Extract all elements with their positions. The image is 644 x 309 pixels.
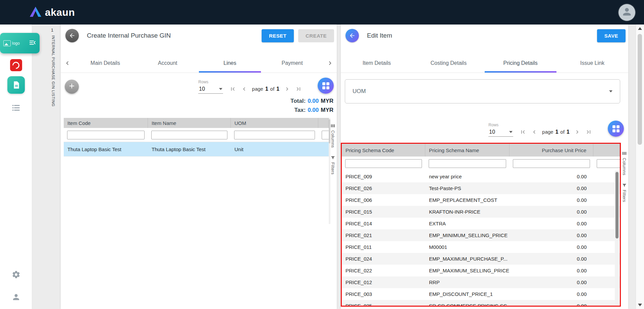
table-row[interactable]: PRICE_011 M00001 0.00: [342, 241, 620, 253]
schema-code-filter-input[interactable]: [345, 159, 422, 168]
left-panel-header: Create Internal Purchase GIN RESET CREAT…: [65, 29, 334, 43]
column-header-purchase-unit-price: Purchase Unit Price: [509, 144, 593, 157]
rows-per-page-select[interactable]: Rows 10: [198, 80, 223, 94]
table-row[interactable]: PRICE_003 EMP_DISCOUNT_PRICE_1 0.00: [342, 288, 620, 300]
caret-down-icon: [509, 131, 513, 133]
list-icon: [11, 103, 21, 114]
item-name-filter-input[interactable]: [151, 131, 227, 139]
page-scrollbar[interactable]: [636, 25, 644, 309]
table-row[interactable]: PRICE_024 EMP_MAXIMUM_PURCHASE_P... 0.00: [342, 253, 620, 265]
sidebar: logo: [0, 25, 32, 309]
back-button[interactable]: [65, 29, 79, 42]
column-header-item-code: Item Code: [64, 118, 148, 128]
last-page-button[interactable]: [585, 128, 592, 136]
item-code-filter-input[interactable]: [67, 131, 145, 139]
tab[interactable]: Account: [137, 54, 199, 73]
left-tab-bar: Main Details Account Lines Payment: [61, 54, 337, 73]
last-page-button[interactable]: [295, 85, 302, 93]
uom-select[interactable]: UOM: [345, 79, 620, 103]
lines-table-header: Item Code Item Name UOM: [64, 118, 329, 128]
table-row[interactable]: PRICE_014 EXTRA 0.00: [342, 218, 620, 229]
partial-filter-input[interactable]: [322, 131, 329, 139]
sidebar-logo-chip: logo: [0, 33, 40, 53]
tab[interactable]: Item Details: [341, 54, 413, 73]
rows-per-page-select[interactable]: Rows 10: [488, 123, 513, 137]
schema-name-filter-input[interactable]: [429, 159, 506, 168]
pricing-table-scrollbar[interactable]: [615, 171, 619, 305]
table-row[interactable]: PRICE_015 KRAFTON-INR-PRICE 0.00: [342, 206, 620, 218]
next-page-button[interactable]: [283, 85, 291, 93]
table-row[interactable]: PRICE_022 EMP_MAXIMUM_SELLING_PRICE 0.00: [342, 265, 620, 276]
table-row[interactable]: PRICE_009 new year price 0.00: [342, 171, 620, 182]
left-table-controls: Rows 10 page 1 of 1: [198, 78, 334, 94]
first-page-button[interactable]: [229, 85, 236, 93]
tab[interactable]: Costing Details: [413, 54, 484, 73]
columns-tool[interactable]: Columns: [330, 123, 335, 148]
add-line-button[interactable]: [65, 80, 79, 94]
columns-icon: [622, 151, 627, 156]
logo-alt-text: logo: [12, 41, 29, 46]
next-page-button[interactable]: [574, 128, 581, 136]
filters-tool[interactable]: Filters: [330, 155, 335, 175]
tab[interactable]: Payment: [261, 54, 323, 73]
document-app-shortcut[interactable]: [7, 76, 25, 94]
prev-page-button[interactable]: [531, 128, 538, 136]
prev-page-button[interactable]: [240, 85, 248, 93]
columns-icon: [330, 123, 335, 128]
tab[interactable]: Issue Link: [556, 54, 628, 73]
page-indicator: page 1 of 1: [542, 129, 570, 135]
table-row[interactable]: PRICE_012 RRP 0.00: [342, 276, 620, 288]
tabs-scroll-right-icon[interactable]: [323, 54, 337, 73]
table-row[interactable]: PRICE_026 Test-Paste-PS 0.00: [342, 182, 620, 194]
total-line: Tax: 0.00 MYR: [290, 105, 333, 115]
uom-filter-input[interactable]: [234, 131, 315, 139]
right-tab-bar: Item Details Costing Details Pricing Det…: [341, 54, 628, 73]
filters-tool[interactable]: Filters: [622, 183, 627, 202]
filter-icon: [330, 155, 335, 160]
save-button[interactable]: SAVE: [597, 29, 626, 42]
total-line: Total: 0.00 MYR: [290, 96, 333, 105]
pdf-shortcut[interactable]: [10, 59, 22, 71]
table-row[interactable]: PRICE_025 SR-CP-COMMERCE PRICING SC... 0…: [342, 300, 620, 307]
broken-image-icon: [3, 40, 11, 46]
right-panel-header: Edit Item SAVE: [345, 29, 626, 43]
table-row[interactable]: Thuta Laptop Basic Test Thuta Laptop Bas…: [64, 142, 329, 157]
partial-filter-input[interactable]: [597, 159, 620, 168]
person-icon: [11, 293, 20, 303]
table-settings-button[interactable]: [318, 78, 334, 94]
column-header-pricing-schema-code: Pricing Schema Code: [342, 144, 425, 157]
pdf-icon: [10, 59, 22, 71]
right-table-side-tools: Columns Filters: [620, 145, 628, 210]
create-button[interactable]: CREATE: [298, 29, 334, 42]
tabs-scroll-left-icon[interactable]: [61, 54, 74, 73]
table-row[interactable]: PRICE_006 EMP_REPLACEMENT_COST 0.00: [342, 194, 620, 206]
lines-table-body: Thuta Laptop Basic Test Thuta Laptop Bas…: [64, 142, 329, 157]
table-row[interactable]: PRICE_021 EMP_MINIMUM_SELLING_PRICE 0.00: [342, 229, 620, 241]
scrollbar-thumb[interactable]: [615, 172, 619, 238]
settings-menu-item[interactable]: [11, 270, 20, 280]
back-button[interactable]: [345, 29, 359, 42]
scroll-down-icon[interactable]: [638, 304, 642, 306]
topbar: akaun: [0, 0, 644, 25]
scroll-up-icon[interactable]: [638, 27, 642, 30]
listing-menu-item[interactable]: [11, 103, 21, 114]
columns-tool[interactable]: Columns: [622, 151, 627, 175]
tab[interactable]: Lines: [199, 54, 261, 73]
rail-index: 1: [51, 28, 53, 33]
create-gin-panel: Create Internal Purchase GIN RESET CREAT…: [61, 25, 337, 309]
table-settings-button[interactable]: [608, 121, 624, 137]
left-table-side-tools: Columns Filters: [329, 118, 337, 224]
page-title: Edit Item: [367, 32, 392, 39]
scrollbar-thumb[interactable]: [638, 34, 642, 145]
reset-button[interactable]: RESET: [262, 29, 294, 42]
tab[interactable]: Pricing Details: [485, 54, 556, 73]
first-page-button[interactable]: [519, 128, 527, 136]
pricing-table: Pricing Schema Code Pricing Schema Name …: [342, 144, 620, 307]
user-avatar[interactable]: [619, 4, 635, 21]
tab[interactable]: Main Details: [74, 54, 137, 73]
left-tabs: Main Details Account Lines Payment: [74, 54, 323, 73]
table-scrollbar[interactable]: [329, 118, 330, 224]
unit-price-filter-input[interactable]: [513, 159, 590, 168]
profile-menu-item[interactable]: [11, 293, 20, 303]
menu-open-icon[interactable]: [29, 39, 37, 48]
